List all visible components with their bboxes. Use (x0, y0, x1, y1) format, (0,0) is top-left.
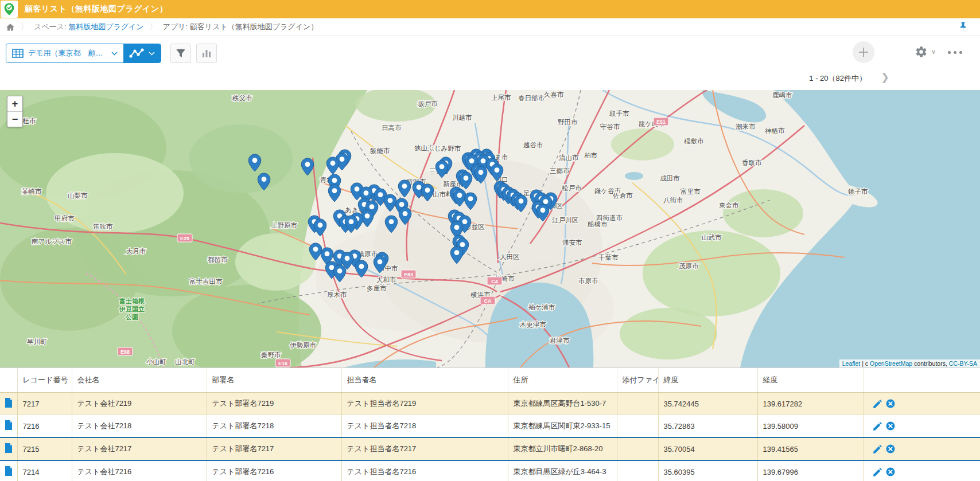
address-cell: 東京都練馬区関町東2-933-15 (508, 415, 617, 438)
latitude-cell: 35.70054 (658, 437, 757, 460)
longitude-cell: 139.617282 (757, 393, 864, 415)
record-number-cell: 7216 (17, 415, 72, 438)
view-selector-label: デモ用（東京都 顧… (28, 48, 103, 58)
map-city-label: 大和市 (376, 276, 396, 283)
column-header: 会社名 (72, 368, 207, 393)
map-city-label: 佐倉市 (613, 192, 633, 199)
table-header-row: レコード番号会社名部署名担当者名住所添付ファイル緯度経度 (0, 368, 980, 393)
latitude-cell: 35.742445 (658, 393, 757, 415)
record-detail-link[interactable] (0, 460, 17, 481)
record-detail-link[interactable] (0, 437, 17, 460)
view-dropdown[interactable]: デモ用（東京都 顧… (6, 44, 123, 62)
map-city-label: 川越市 (452, 114, 472, 121)
zoom-out-button[interactable]: − (7, 112, 22, 127)
app-settings-menu[interactable]: ∨ (915, 45, 936, 58)
table-row: 7217テスト会社7219テスト部署名7219テスト担当者名7219東京都練馬区… (0, 393, 980, 415)
map-city-label: 潮来市 (736, 123, 756, 130)
leaflet-link[interactable]: Leaflet (842, 360, 861, 367)
crumb-separator-icon: 〉 (150, 22, 157, 32)
delete-record-button[interactable] (886, 467, 895, 476)
space-link[interactable]: 無料版地図プラグイン (68, 22, 144, 31)
address-cell: 東京都立川市曙町2-868-20 (508, 437, 617, 460)
zoom-in-button[interactable]: + (7, 96, 22, 112)
map-city-label: 坂戸市 (418, 100, 438, 107)
address-cell: 東京都目黒区緑が丘3-464-3 (508, 460, 617, 481)
app-icon[interactable] (1, 1, 18, 18)
map-view-toggle[interactable] (123, 44, 161, 62)
map-view[interactable]: 北杜市韮崎市甲府市山梨市笛吹市南アルプス市大月市都留市富士吉田市上野原市秩父市青… (0, 90, 980, 367)
record-detail-link[interactable] (0, 415, 17, 438)
map-city-label: 神栖市 (765, 127, 785, 134)
map-city-label: 小山町 (146, 358, 166, 365)
map-city-label: 大月市 (126, 248, 146, 255)
plus-icon (858, 46, 869, 58)
map-city-label: 韮崎市 (22, 188, 42, 195)
map-zoom-control: + − (7, 96, 23, 127)
longitude-cell: 139.58009 (757, 415, 864, 438)
pagination-bar: 1 - 20（82件中） ❯ (0, 68, 980, 90)
pin-announcement-icon[interactable] (959, 21, 967, 34)
map-city-label: 千葉市 (598, 254, 619, 261)
map-city-label: ふじみ野市 (427, 145, 461, 152)
more-options-button[interactable] (948, 51, 962, 54)
column-header-icon (0, 368, 17, 393)
latitude-cell: 35.60395 (658, 460, 757, 481)
dot-icon (954, 51, 956, 54)
breadcrumb-app: アプリ: 顧客リスト（無料版地図プラグイン） (163, 22, 318, 32)
svg-text:E68: E68 (120, 349, 130, 355)
person-cell: テスト担当者名7216 (341, 460, 508, 481)
record-list: レコード番号会社名部署名担当者名住所添付ファイル緯度経度 7217テスト会社72… (0, 367, 980, 481)
map-city-label: 上野原市 (271, 222, 298, 229)
chevron-down-icon (111, 52, 118, 56)
map-city-label: 成田市 (660, 175, 680, 182)
attachment-cell (617, 393, 658, 415)
map-city-label: 野田市 (558, 119, 578, 126)
map-city-label: 大田区 (500, 253, 520, 260)
filter-button[interactable] (170, 44, 191, 63)
row-actions (864, 437, 980, 460)
delete-record-button[interactable] (886, 399, 895, 408)
svg-text:E83: E83 (404, 272, 413, 277)
delete-record-button[interactable] (886, 421, 895, 431)
company-cell: テスト会社7219 (72, 393, 207, 415)
map-city-label: 山北町 (175, 358, 195, 365)
attribution-contributors: contributors, (912, 360, 949, 367)
map-city-label: 上尾市 (491, 94, 511, 101)
record-detail-link[interactable] (0, 393, 17, 415)
map-city-label: 茂原市 (679, 263, 699, 269)
chart-button[interactable] (196, 44, 217, 63)
person-cell: テスト担当者名7217 (341, 437, 508, 460)
map-city-label: 東金市 (719, 202, 739, 209)
svg-text:CA: CA (484, 298, 492, 304)
map-city-label: 秩父市 (232, 95, 252, 101)
edit-record-button[interactable] (873, 468, 882, 476)
map-city-label: 銚子市 (848, 188, 868, 195)
map-city-label: 市原市 (578, 277, 598, 284)
edit-record-button[interactable] (873, 422, 882, 431)
map-city-label: 三郷市 (550, 167, 570, 174)
map-city-label: 取手市 (609, 110, 629, 117)
add-record-button[interactable] (853, 41, 874, 63)
app-header-bar: 顧客リスト（無料版地図プラグイン） (0, 0, 980, 18)
graph-nodes-icon (129, 48, 144, 58)
map-attribution: Leaflet | c OpenStreetMap contributors, … (839, 359, 980, 367)
svg-text:E20: E20 (180, 236, 189, 241)
next-page-button[interactable]: ❯ (881, 71, 889, 84)
map-city-label: 浦安市 (562, 239, 582, 246)
company-cell: テスト会社7218 (72, 415, 207, 438)
delete-record-button[interactable] (886, 444, 895, 453)
osm-link[interactable]: OpenStreetMap (870, 360, 912, 367)
chevron-down-icon: ∨ (931, 48, 936, 56)
record-file-icon (5, 466, 13, 476)
record-number-cell: 7215 (17, 437, 72, 460)
dot-icon (959, 51, 962, 54)
map-city-label: 南アルプス市 (32, 238, 72, 245)
table-row: 7214テスト会社7216テスト部署名7216テスト担当者名7216東京都目黒区… (0, 460, 980, 481)
edit-record-button[interactable] (873, 445, 882, 453)
home-icon[interactable] (6, 23, 15, 32)
edit-record-button[interactable] (873, 400, 882, 408)
record-number-cell: 7214 (17, 460, 72, 481)
license-link[interactable]: CC-BY-SA (949, 360, 977, 367)
table-row: 7215テスト会社7217テスト部署名7217テスト担当者名7217東京都立川市… (0, 437, 980, 460)
department-cell: テスト部署名7219 (207, 393, 341, 415)
